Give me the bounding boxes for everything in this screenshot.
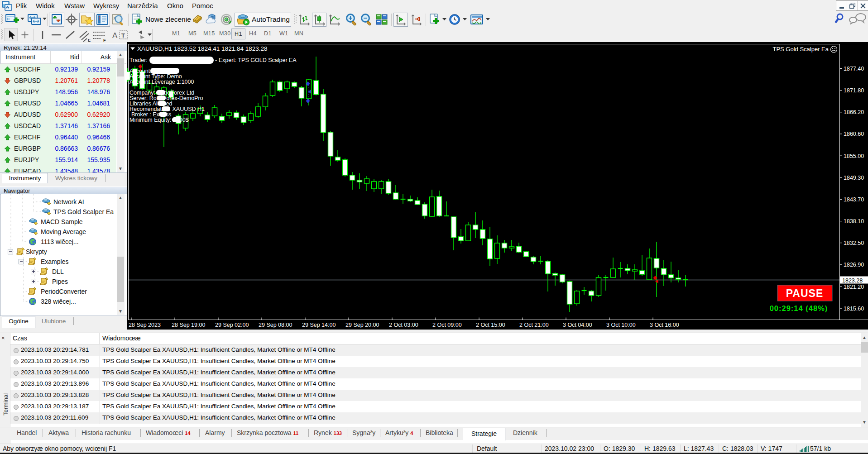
- svg-text:1860.60: 1860.60: [844, 131, 864, 137]
- svg-text:F: F: [103, 38, 106, 42]
- svg-text:3 Oct 10:00: 3 Oct 10:00: [606, 322, 636, 328]
- svg-text:E: E: [88, 38, 91, 42]
- svg-text:- Expert: TPS GOLD Scalper E: - Expert: TPS GOLD Scalper EA: [215, 57, 297, 63]
- svg-text:PeriodConverter: PeriodConverter: [41, 288, 87, 295]
- svg-text:1866.20: 1866.20: [844, 109, 864, 115]
- svg-text:1855.00: 1855.00: [844, 153, 864, 159]
- svg-text:3 Oct 16:00: 3 Oct 16:00: [650, 322, 679, 328]
- svg-text:2 Oct 09:00: 2 Oct 09:00: [432, 322, 462, 328]
- svg-text:29 Sep 02:00: 29 Sep 02:00: [215, 322, 249, 328]
- svg-text:Examples: Examples: [41, 258, 68, 265]
- svg-text:29 Sep 08:00: 29 Sep 08:00: [259, 322, 292, 328]
- svg-text:2 Oct 03:00: 2 Oct 03:00: [389, 322, 418, 328]
- svg-text:Trader:: Trader:: [129, 57, 148, 63]
- svg-text:1113 wiêcej...: 1113 wiêcej...: [41, 238, 79, 245]
- svg-text:XAUUSD,H1 1823.52 1824.41 18: XAUUSD,H1 1823.52 1824.41 1821.84 1823.2…: [137, 45, 267, 52]
- svg-text:1815.60: 1815.60: [844, 306, 864, 312]
- svg-text:2 Oct 21:00: 2 Oct 21:00: [519, 322, 549, 328]
- svg-text:1823.28: 1823.28: [842, 277, 863, 284]
- svg-text:Pipes: Pipes: [52, 278, 68, 285]
- svg-text:1843.70: 1843.70: [844, 196, 864, 203]
- svg-text:1871.80: 1871.80: [844, 87, 864, 94]
- svg-text:T: T: [121, 32, 125, 39]
- svg-text:2 Oct 15:00: 2 Oct 15:00: [476, 322, 505, 328]
- svg-text:Nowe zlecenie: Nowe zlecenie: [145, 15, 191, 23]
- svg-text:MACD Sample: MACD Sample: [41, 218, 83, 225]
- svg-text:Network AI: Network AI: [53, 198, 84, 205]
- svg-text:28 Sep 19:00: 28 Sep 19:00: [172, 322, 205, 328]
- svg-text:TPS Gold Scalper Ea: TPS Gold Scalper Ea: [53, 208, 114, 215]
- svg-text:Skrypty: Skrypty: [26, 248, 47, 255]
- svg-text:1877.40: 1877.40: [844, 66, 864, 72]
- svg-text:Account Leverage 1:1000: Account Leverage 1:1000: [129, 79, 194, 85]
- svg-text:Moving Average: Moving Average: [41, 228, 86, 235]
- svg-text:A: A: [112, 31, 118, 40]
- svg-text:1821.20: 1821.20: [844, 284, 864, 290]
- svg-text:328 wiêcej...: 328 wiêcej...: [41, 298, 76, 305]
- svg-text:29 Sep 14:00: 29 Sep 14:00: [302, 322, 336, 328]
- svg-text:1826.90: 1826.90: [844, 262, 864, 268]
- svg-text:1838.10: 1838.10: [844, 218, 864, 225]
- svg-text:29 Sep 20:00: 29 Sep 20:00: [345, 322, 379, 328]
- svg-text:TPS Gold Scalper Ea: TPS Gold Scalper Ea: [772, 46, 829, 53]
- svg-text:00:29:14 (48%): 00:29:14 (48%): [770, 304, 828, 312]
- svg-text:AutoTrading: AutoTrading: [252, 15, 290, 23]
- svg-text:PAUSE: PAUSE: [786, 287, 824, 299]
- svg-text:3 Oct 04:00: 3 Oct 04:00: [563, 322, 592, 328]
- svg-text:DLL: DLL: [52, 268, 64, 275]
- svg-text:Minimum Equity: 1000$: Minimum Equity: 1000$: [129, 117, 189, 123]
- svg-text:1832.50: 1832.50: [844, 240, 864, 246]
- svg-text:28 Sep 2023: 28 Sep 2023: [129, 322, 161, 328]
- svg-text:1849.30: 1849.30: [844, 175, 864, 181]
